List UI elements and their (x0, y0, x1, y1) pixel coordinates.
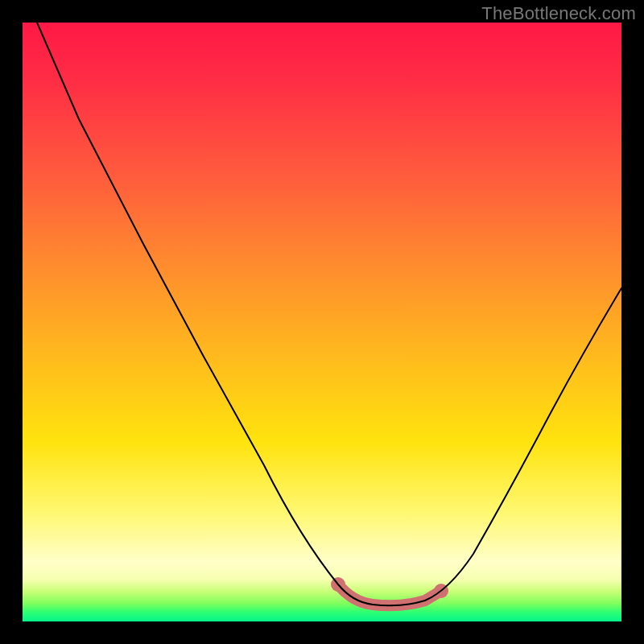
plot-area (23, 23, 621, 621)
optimal-range-highlight (338, 584, 441, 605)
curve-svg (23, 23, 621, 621)
watermark-text: TheBottleneck.com (481, 3, 636, 24)
bottleneck-curve (37, 23, 621, 605)
chart-frame: TheBottleneck.com (0, 0, 644, 644)
